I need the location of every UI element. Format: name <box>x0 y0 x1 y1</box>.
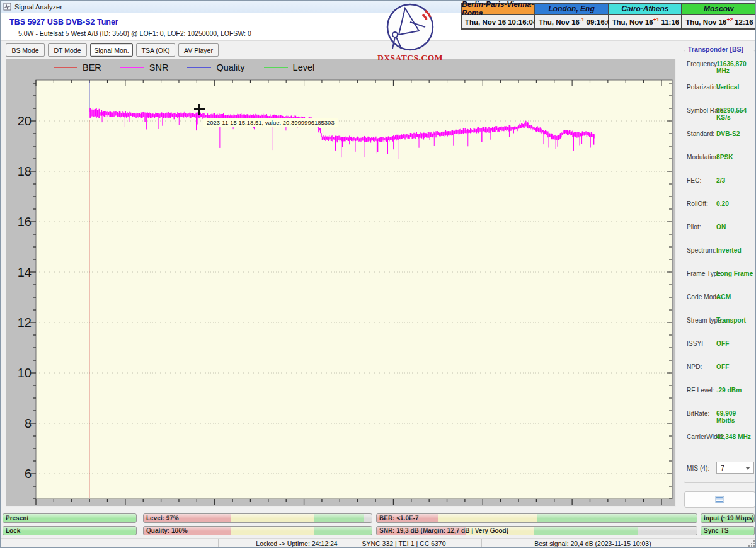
svg-text:16: 16 <box>18 215 32 229</box>
field-label: Frequency: <box>687 60 719 67</box>
mis-dropdown[interactable]: 7 <box>716 462 754 474</box>
field-label: ISSYI <box>687 340 703 347</box>
status-bar: Locked -> Uptime: 24:12:24 SYNC 332 | TE… <box>1 538 756 548</box>
svg-text:14: 14 <box>18 265 32 279</box>
field-value: OFF <box>716 340 729 347</box>
field-label: BitRate: <box>687 410 709 417</box>
field-label: Modulation: <box>687 154 720 161</box>
legend-item-ber: BER <box>54 62 101 72</box>
progress-label: Lock <box>6 527 20 534</box>
logo-text: DXSATCS.COM <box>377 53 444 63</box>
chevron-down-icon <box>745 467 750 470</box>
tab-signal-mon-[interactable]: Signal Mon. <box>90 43 133 57</box>
field-value: 69,909 Mbit/s <box>716 410 755 424</box>
progress-label: Input (~19 Mbps) <box>704 515 754 522</box>
field-value: 0.20 <box>716 200 729 207</box>
progress-bar: Level: 97% <box>143 513 372 523</box>
satellite-dish-icon <box>379 2 442 52</box>
progress-label: BER: <1.0E-7 <box>379 515 419 522</box>
field-label: RollOff: <box>687 200 708 207</box>
progress-label: Quality: 100% <box>146 527 188 534</box>
progress-label: SNR: 19,3 dB (Margin: 12,7 dB | Very Goo… <box>379 527 508 534</box>
field-value: 8PSK <box>716 154 733 161</box>
field-value: 2/3 <box>716 177 725 184</box>
chart-tooltip: 2023-11-15 15.18.51, value: 20,399999618… <box>203 118 338 127</box>
progress-bar: Input (~19 Mbps) <box>701 513 755 523</box>
clock-berlin-paris-vienna-roma: Berlin-Paris-Vienna-RomaThu, Nov 1610:16… <box>462 4 536 28</box>
mis-label: MIS (4): <box>687 465 709 472</box>
clock-moscow: MoscowThu, Nov 16+212:16 <box>682 4 755 28</box>
tab-bs-mode[interactable]: BS Mode <box>6 43 45 57</box>
signal-chart[interactable]: 68101214161820 BERSNRQualityLevel <box>6 59 676 507</box>
tuner-subtitle: 5.0W - Eutelsat 5 West A/B (ID: 3550) @ … <box>18 30 251 37</box>
legend-item-quality: Quality <box>187 62 244 72</box>
clock-cairo-athens: Cairo-AthensThu, Nov 16+111:16 <box>609 4 683 28</box>
svg-text:18: 18 <box>18 164 32 178</box>
level-line-swatch <box>264 67 288 68</box>
tab-dt-mode[interactable]: DT Mode <box>48 43 87 57</box>
tab-av-player[interactable]: AV Player <box>178 43 219 57</box>
quality-line-swatch <box>187 67 211 68</box>
field-value: ON <box>716 224 726 231</box>
progress-label: Present <box>6 515 29 522</box>
chart-canvas[interactable]: 68101214161820 <box>6 59 675 506</box>
field-label: NPD: <box>687 363 702 370</box>
field-label: FEC: <box>687 177 701 184</box>
dxsatcs-logo: DXSATCS.COM <box>377 2 444 62</box>
tuner-name: TBS 5927 USB DVB-S2 Tuner <box>9 18 118 26</box>
svg-text:12: 12 <box>18 316 32 329</box>
snr-line-swatch <box>120 67 144 68</box>
field-value: Transport <box>716 317 746 324</box>
field-value: Vertical <box>716 84 739 91</box>
status-best-signal: Best signal: 20,4 dB (2023-11-15 10:03) <box>517 540 668 547</box>
app-icon <box>3 3 11 11</box>
progress-bar: Sync TS <box>701 526 755 535</box>
field-label: Pilot: <box>687 224 701 231</box>
field-value: 35290,554 KS/s <box>716 107 755 121</box>
svg-text:10: 10 <box>18 366 32 380</box>
progress-label: Sync TS <box>704 527 728 534</box>
progress-bar: BER: <1.0E-7 <box>376 513 697 523</box>
ber-line-swatch <box>54 67 77 68</box>
progress-bar: Present <box>3 513 137 523</box>
stream-list-button[interactable] <box>684 491 755 508</box>
progress-label: Level: 97% <box>146 515 179 522</box>
field-label: Spectrum: <box>687 247 716 254</box>
field-value: Inverted <box>716 247 742 254</box>
clock-panel: Berlin-Paris-Vienna-RomaThu, Nov 1610:16… <box>461 3 756 30</box>
progress-bar: SNR: 19,3 dB (Margin: 12,7 dB | Very Goo… <box>376 526 697 535</box>
list-icon <box>715 496 724 503</box>
field-value: -29 dBm <box>716 387 742 394</box>
chart-legend: BERSNRQualityLevel <box>54 62 314 72</box>
progress-bar: Quality: 100% <box>143 526 372 535</box>
clock-london-eng: London, EngThu, Nov 16-109:16:04 <box>536 4 609 28</box>
transponder-group-title: Transponder [BS] <box>686 45 745 53</box>
field-label: Standard: <box>687 130 714 137</box>
field-value: DVB-S2 <box>716 130 740 137</box>
window-title: Signal Analyzer <box>14 3 62 11</box>
field-value: ACM <box>716 294 731 300</box>
status-sync-counters: SYNC 332 | TEI 1 | CC 6370 <box>344 540 464 547</box>
field-value: OFF <box>716 363 729 370</box>
legend-item-level: Level <box>264 62 315 72</box>
svg-text:20: 20 <box>18 114 32 128</box>
progress-bar: Lock <box>3 526 137 535</box>
mis-value: 7 <box>721 464 724 472</box>
resize-grip[interactable] <box>748 540 755 547</box>
field-value: Long Frame <box>716 270 753 277</box>
field-label: RF Level: <box>687 387 714 394</box>
field-value: 42,348 MHz <box>716 433 751 440</box>
field-value: 11636,870 MHz <box>716 60 755 74</box>
legend-item-snr: SNR <box>120 62 169 72</box>
tab-tsa-ok-[interactable]: TSA (OK) <box>136 43 175 57</box>
